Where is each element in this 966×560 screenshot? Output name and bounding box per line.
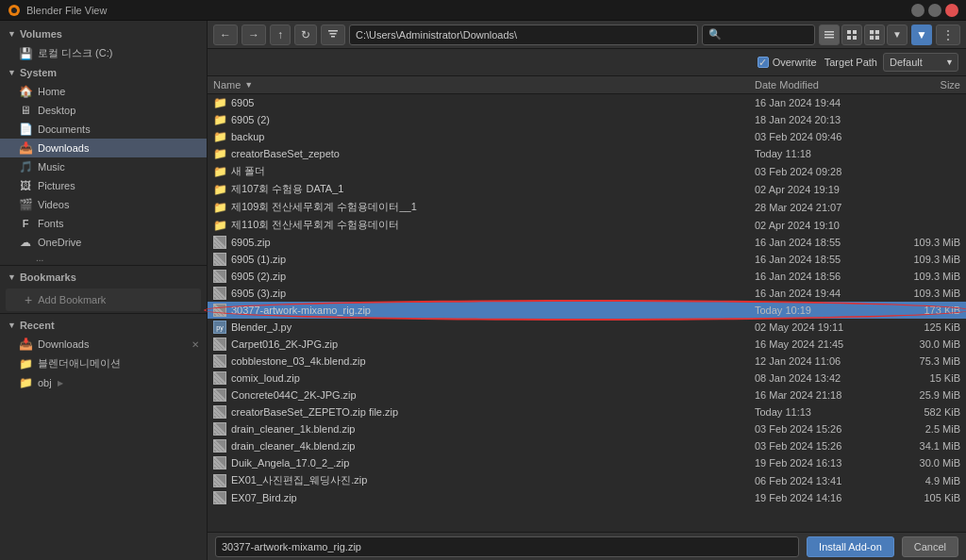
- list-view-button[interactable]: [819, 25, 840, 45]
- table-row[interactable]: EX07_Bird.zip 19 Feb 2024 14:16 105 KiB: [208, 489, 966, 506]
- column-header-name[interactable]: Name ▼: [208, 76, 749, 93]
- tile-view-button[interactable]: [864, 25, 885, 45]
- title-bar: Blender File View: [0, 0, 966, 21]
- sidebar-recent-obj[interactable]: 📁 obj ▶: [0, 373, 207, 392]
- table-row[interactable]: 6905 (2).zip 16 Jan 2024 18:56 109.3 MiB: [208, 268, 966, 285]
- sidebar-item-music[interactable]: 🎵 Music: [0, 157, 207, 176]
- file-list-header: Name ▼ Date Modified Size: [208, 76, 966, 94]
- folder-icon: 📁: [213, 183, 226, 196]
- file-name: 새 폴더: [231, 164, 265, 178]
- sidebar-item-pictures[interactable]: 🖼 Pictures: [0, 176, 207, 195]
- file-date-cell: 16 Jan 2024 18:55: [749, 253, 891, 266]
- zip-file-icon: [213, 405, 226, 419]
- table-row[interactable]: 📁 creatorBaseSet_zepeto Today 11:18: [208, 145, 966, 162]
- more-view-button[interactable]: ▼: [887, 25, 908, 45]
- table-row[interactable]: 📁 backup 03 Feb 2024 09:46: [208, 128, 966, 145]
- table-row[interactable]: 📁 6905 (2) 18 Jan 2024 20:13: [208, 111, 966, 128]
- file-date-cell: 19 Feb 2024 14:16: [749, 491, 891, 504]
- filter-icon-btn[interactable]: ▼: [911, 25, 932, 45]
- minimize-button[interactable]: [911, 4, 924, 17]
- file-date-cell: 16 May 2024 21:45: [749, 338, 891, 351]
- file-date-cell: 16 Mar 2024 21:18: [749, 388, 891, 402]
- table-row[interactable]: drain_cleaner_1k.blend.zip 03 Feb 2024 1…: [208, 420, 966, 437]
- remove-recent-icon[interactable]: ✕: [192, 339, 199, 350]
- refresh-button[interactable]: ↻: [294, 25, 317, 45]
- file-name: EX07_Bird.zip: [231, 492, 297, 503]
- parent-dir-button[interactable]: ↑: [270, 25, 291, 45]
- sidebar-section-volumes[interactable]: ▼ Volumes: [0, 25, 207, 43]
- overwrite-checkbox-container[interactable]: ✓ Overwrite: [758, 57, 817, 68]
- zip-file-icon: [213, 371, 226, 385]
- folder-icon: 📁: [213, 96, 226, 109]
- table-row[interactable]: 30377-artwork-mixamo_rig.zip Today 10:19…: [208, 302, 966, 319]
- file-size-cell: 25.9 MiB: [891, 388, 966, 402]
- table-row[interactable]: 6905 (1).zip 16 Jan 2024 18:55 109.3 MiB: [208, 251, 966, 268]
- cancel-button[interactable]: Cancel: [902, 536, 958, 557]
- chevron-right-icon: ▶: [58, 379, 63, 387]
- table-row[interactable]: 6905.zip 16 Jan 2024 18:55 109.3 MiB: [208, 234, 966, 251]
- grid-view-button[interactable]: [841, 25, 862, 45]
- table-row[interactable]: 📁 새 폴더 03 Feb 2024 09:28: [208, 162, 966, 180]
- table-row[interactable]: 📁 제109회 전산세무회계 수험용데이터__1 28 Mar 2024 21:…: [208, 198, 966, 216]
- sidebar-recent-downloads[interactable]: 📥 Downloads ✕: [0, 335, 207, 354]
- install-addon-button[interactable]: Install Add-on: [807, 536, 894, 557]
- file-size-cell: 30.0 MiB: [891, 338, 966, 351]
- column-header-date[interactable]: Date Modified: [749, 76, 891, 93]
- table-row[interactable]: Duik_Angela_17.0_2_.zip 19 Feb 2024 16:1…: [208, 454, 966, 471]
- path-bar[interactable]: C:\Users\Administrator\Downloads\: [349, 25, 698, 45]
- file-name: Concrete044C_2K-JPG.zip: [231, 389, 357, 401]
- table-row[interactable]: 6905 (3).zip 16 Jan 2024 19:44 109.3 MiB: [208, 285, 966, 302]
- title-bar-left: Blender File View: [8, 4, 107, 17]
- sidebar-item-documents[interactable]: 📄 Documents: [0, 120, 207, 139]
- table-row[interactable]: drain_cleaner_4k.blend.zip 03 Feb 2024 1…: [208, 437, 966, 454]
- sidebar-item-desktop[interactable]: 🖥 Desktop: [0, 101, 207, 120]
- add-bookmark-label: Add Bookmark: [38, 294, 106, 305]
- file-size-cell: 2.5 MiB: [891, 422, 966, 436]
- table-row[interactable]: cobblestone_03_4k.blend.zip 12 Jan 2024 …: [208, 353, 966, 370]
- downloads-icon: 📥: [19, 141, 32, 155]
- table-row[interactable]: creatorBaseSet_ZEPETO.zip file.zip Today…: [208, 404, 966, 420]
- file-size-cell: [891, 171, 966, 173]
- table-row[interactable]: Carpet016_2K-JPG.zip 16 May 2024 21:45 3…: [208, 336, 966, 353]
- more-options-button[interactable]: ⋮: [936, 25, 960, 45]
- table-row[interactable]: 📁 6905 16 Jan 2024 19:44: [208, 94, 966, 111]
- table-row[interactable]: comix_loud.zip 08 Jan 2024 13:42 15 KiB: [208, 370, 966, 387]
- table-row[interactable]: EX01_사진편집_웨딩사진.zip 06 Feb 2024 13:41 4.9…: [208, 471, 966, 489]
- name-col-label: Name: [213, 79, 241, 91]
- sidebar-item-home[interactable]: 🏠 Home: [0, 82, 207, 101]
- target-path-value: Default: [890, 57, 923, 68]
- search-bar[interactable]: 🔍: [702, 25, 815, 45]
- back-button[interactable]: ←: [213, 25, 238, 45]
- file-name: Blender_J.py: [231, 321, 291, 333]
- file-size-cell: 109.3 MiB: [891, 270, 966, 283]
- sidebar-section-bookmarks[interactable]: ▼ Bookmarks: [0, 268, 207, 287]
- overwrite-checkbox[interactable]: ✓: [758, 57, 769, 68]
- file-date-cell: 06 Feb 2024 13:41: [749, 474, 891, 487]
- maximize-button[interactable]: [928, 4, 941, 17]
- table-row[interactable]: py Blender_J.py 02 May 2024 19:11 125 Ki…: [208, 319, 966, 336]
- sidebar-section-recent[interactable]: ▼ Recent: [0, 316, 207, 335]
- target-path-dropdown[interactable]: Default ▼: [883, 53, 958, 72]
- file-size-cell: 105 KiB: [891, 491, 966, 504]
- fonts-icon: F: [19, 217, 32, 230]
- sidebar-section-system[interactable]: ▼ System: [0, 63, 207, 82]
- column-header-size[interactable]: Size: [891, 76, 966, 93]
- file-name: creatorBaseSet_zepeto: [231, 148, 340, 159]
- sidebar-recent-animation[interactable]: 📁 블렌더애니메이션: [0, 354, 207, 373]
- forward-button[interactable]: →: [242, 25, 266, 45]
- file-name-cell: EX01_사진편집_웨딩사진.zip: [208, 472, 749, 488]
- sidebar-item-fonts[interactable]: F Fonts: [0, 214, 207, 233]
- sidebar-item-local-disk[interactable]: 💾 로컬 디스크 (C:): [0, 43, 207, 63]
- svg-rect-11: [847, 36, 851, 40]
- table-row[interactable]: 📁 제107회 수험용 DATA_1 02 Apr 2024 19:19: [208, 180, 966, 198]
- table-row[interactable]: Concrete044C_2K-JPG.zip 16 Mar 2024 21:1…: [208, 387, 966, 404]
- blender-logo-icon: [8, 4, 21, 17]
- sidebar-item-onedrive[interactable]: ☁ OneDrive: [0, 233, 207, 252]
- filter-toggle-button[interactable]: [321, 25, 345, 45]
- sidebar-item-downloads[interactable]: 📥 Downloads: [0, 139, 207, 157]
- add-bookmark-button[interactable]: + Add Bookmark: [6, 288, 201, 311]
- file-date-cell: 16 Jan 2024 18:55: [749, 236, 891, 249]
- close-button[interactable]: [945, 4, 958, 17]
- sidebar-item-videos[interactable]: 🎬 Videos: [0, 195, 207, 214]
- table-row[interactable]: 📁 제110회 전산세무회계 수험용데이터 02 Apr 2024 19:10: [208, 216, 966, 234]
